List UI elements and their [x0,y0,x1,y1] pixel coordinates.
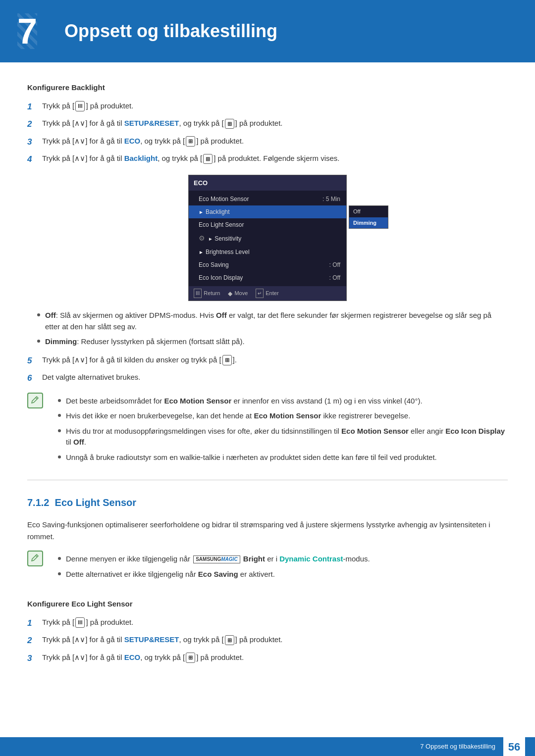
key-iii: III [75,101,85,111]
submenu-popup: Off Dimming [349,205,388,229]
bullet-dot-dimming [37,340,40,343]
main-content: Konfigurere Backlight 1 Trykk på [III] p… [0,82,535,699]
step-2: 2 Trykk på [∧∨] for å gå til SETUP&RESET… [27,118,508,131]
key-eco-2: ⊞ [225,635,234,646]
submenu-off: Off [349,206,388,217]
subsection-number: 7.1.2 [27,497,49,508]
gear-icon: ⚙ [199,233,205,244]
section-divider [27,480,508,480]
eco-menu-screenshot: ECO Eco Motion Sensor : 5 Min ► Backligh… [27,175,508,302]
eco-menu-row-icon-display: Eco Icon Display : Off [189,271,346,284]
footer-enter: ↵ Enter [256,289,278,298]
bullet-dot-off [37,313,40,316]
note-icon [27,393,43,408]
note-icon-2 [27,551,43,566]
eco-menu-title: ECO [189,175,346,191]
bullet-text-dimming: Dimming: Reduser lysstyrken på skjermen … [45,336,245,348]
chapter-title: Oppsett og tilbakestilling [54,18,277,45]
step-1: 1 Trykk på [III] på produktet. [27,101,508,113]
chapter-header: 7 Oppsett og tilbakestilling [0,0,535,62]
key-enter2: ⊞ [186,136,195,147]
samsung-magic-badge: SAMSUNGMAGIC [193,555,240,563]
note-content-eco-motion: Det beste arbeidsområdet for Eco Motion … [48,392,508,470]
page-number: 56 [503,737,525,756]
subsection-712-heading: 7.1.2 Eco Light Sensor [27,495,508,512]
eco-row-sensitivity: ► Sensitivity [208,234,340,243]
footer-return: III Return [194,289,220,298]
eco-light-step-2: 2 Trykk på [∧∨] for å gå til SETUP&RESET… [27,634,508,647]
eco-light-step-3: 3 Trykk på [∧∨] for å gå til ECO, og try… [27,652,508,665]
subsection-712-body: Eco Saving-funksjonen optimaliserer seer… [27,519,508,543]
note-bullet-4: Unngå å bruke radioutstyr som en walkie-… [48,452,508,463]
eco-menu-row-brightness: ► Brightness Level [189,246,346,258]
step-5: 5 Trykk på [∧∨] for å gå til kilden du ø… [27,354,508,367]
subsection-title: Eco Light Sensor [55,497,136,508]
note-bullet-3: Hvis du tror at modusoppføringsmeldingen… [48,426,508,448]
eco-light-note-2: Dette alternativet er ikke tilgjengelig … [48,569,508,580]
eco-menu-row-light: Eco Light Sensor [189,218,346,231]
chapter-number-box: 7 [0,9,54,53]
step-3: 3 Trykk på [∧∨] for å gå til ECO, og try… [27,136,508,149]
step-6: 6 Det valgte alternativet brukes. [27,372,508,385]
eco-menu-footer: III Return ◆ Move ↵ Enter [189,286,346,301]
bottom-bar-chapter-text: 7 Oppsett og tilbakestilling [420,742,495,752]
bullet-text-off: Off: Slå av skjermen og aktiver DPMS-mod… [45,310,508,332]
bottom-bar: 7 Oppsett og tilbakestilling 56 [0,737,535,756]
key-eco-3: ⊞ [186,653,195,663]
eco-menu-items: Eco Motion Sensor : 5 Min ► Backlight Of… [189,191,346,286]
key-enter3: ⊞ [203,154,213,164]
key-enter5: ⊞ [222,355,232,365]
note-block-eco-light: Denne menyen er ikke tilgjengelig når SA… [27,550,508,587]
eco-light-step-1: 1 Trykk på [III] på produktet. [27,617,508,630]
section-heading-eco-light: Konfigurere Eco Light Sensor [27,599,508,610]
note-block-eco-motion: Det beste arbeidsområdet for Eco Motion … [27,392,508,470]
bullet-list-off-dimming: Off: Slå av skjermen og aktiver DPMS-mod… [27,310,508,348]
footer-move: ◆ Move [228,289,248,298]
bullet-off: Off: Slå av skjermen og aktiver DPMS-mod… [27,310,508,332]
backlight-arrow: ► [199,208,204,216]
note-bullet-1: Det beste arbeidsområdet for Eco Motion … [48,396,508,407]
eco-menu-row-motion: Eco Motion Sensor : 5 Min [189,193,346,205]
eco-menu-row-backlight: ► Backlight Off Dimming [189,205,346,218]
submenu-dimming: Dimming [349,217,388,229]
step-4: 4 Trykk på [∧∨] for å gå til Backlight, … [27,153,508,166]
eco-menu-row-saving: Eco Saving : Off [189,258,346,271]
eco-menu: ECO Eco Motion Sensor : 5 Min ► Backligh… [188,175,347,302]
bullet-dimming: Dimming: Reduser lysstyrken på skjermen … [27,336,508,348]
section-heading-backlight: Konfigurere Backlight [27,82,508,94]
key-enter: ⊞ [225,119,234,129]
note-content-eco-light: Denne menyen er ikke tilgjengelig når SA… [48,550,508,587]
note-bullet-2: Hvis det ikke er noen brukerbevegelse, k… [48,410,508,422]
eco-light-note-1: Denne menyen er ikke tilgjengelig når SA… [48,554,508,565]
key-eco-1: III [75,617,85,628]
